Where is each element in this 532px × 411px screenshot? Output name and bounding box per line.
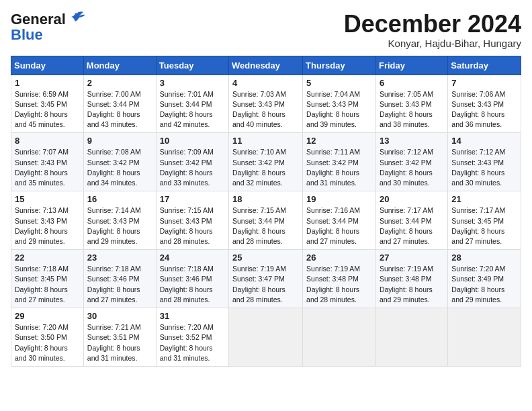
cell-info: Sunrise: 7:20 AM Sunset: 3:49 PM Dayligh… xyxy=(451,264,517,305)
daylight-text: Daylight: 8 hours and 33 minutes. xyxy=(160,169,213,187)
sunrise-text: Sunrise: 7:07 AM xyxy=(15,148,69,156)
calendar-cell: 25 Sunrise: 7:19 AM Sunset: 3:47 PM Dayl… xyxy=(229,250,303,308)
sunset-text: Sunset: 3:52 PM xyxy=(160,333,212,341)
daylight-text: Daylight: 8 hours and 40 minutes. xyxy=(232,110,285,128)
sunrise-text: Sunrise: 7:21 AM xyxy=(87,323,141,331)
daylight-text: Daylight: 8 hours and 29 minutes. xyxy=(15,227,68,245)
day-number: 3 xyxy=(160,78,225,88)
cell-info: Sunrise: 7:14 AM Sunset: 3:43 PM Dayligh… xyxy=(87,205,152,246)
sunrise-text: Sunrise: 7:18 AM xyxy=(87,265,141,273)
calendar-cell: 6 Sunrise: 7:05 AM Sunset: 3:43 PM Dayli… xyxy=(375,75,447,133)
sunset-text: Sunset: 3:43 PM xyxy=(15,217,67,225)
calendar-week-row: 22 Sunrise: 7:18 AM Sunset: 3:45 PM Dayl… xyxy=(11,250,521,308)
cell-info: Sunrise: 7:18 AM Sunset: 3:46 PM Dayligh… xyxy=(87,264,152,305)
sunrise-text: Sunrise: 7:19 AM xyxy=(232,265,286,273)
daylight-text: Daylight: 8 hours and 34 minutes. xyxy=(87,169,140,187)
sunrise-text: Sunrise: 7:17 AM xyxy=(451,206,505,214)
day-number: 17 xyxy=(160,194,225,204)
cell-info: Sunrise: 7:08 AM Sunset: 3:42 PM Dayligh… xyxy=(87,147,152,188)
day-number: 22 xyxy=(15,253,80,263)
calendar-cell: 21 Sunrise: 7:17 AM Sunset: 3:45 PM Dayl… xyxy=(448,191,521,250)
sunset-text: Sunset: 3:50 PM xyxy=(15,333,67,341)
sunset-text: Sunset: 3:45 PM xyxy=(451,217,504,225)
header-sunday: Sunday xyxy=(11,56,84,75)
cell-info: Sunrise: 7:05 AM Sunset: 3:43 PM Dayligh… xyxy=(380,89,444,130)
daylight-text: Daylight: 8 hours and 29 minutes. xyxy=(451,285,504,304)
day-header-row: Sunday Monday Tuesday Wednesday Thursday… xyxy=(11,56,521,75)
daylight-text: Daylight: 8 hours and 28 minutes. xyxy=(232,285,285,304)
calendar-cell: 7 Sunrise: 7:06 AM Sunset: 3:43 PM Dayli… xyxy=(448,75,521,133)
calendar-week-row: 15 Sunrise: 7:13 AM Sunset: 3:43 PM Dayl… xyxy=(11,191,521,250)
cell-info: Sunrise: 7:07 AM Sunset: 3:43 PM Dayligh… xyxy=(15,147,80,188)
day-number: 23 xyxy=(87,253,152,263)
sunset-text: Sunset: 3:43 PM xyxy=(87,217,140,225)
day-number: 27 xyxy=(380,253,444,263)
header-wednesday: Wednesday xyxy=(229,56,303,75)
day-number: 12 xyxy=(306,136,372,146)
cell-info: Sunrise: 7:21 AM Sunset: 3:51 PM Dayligh… xyxy=(87,322,152,363)
day-number: 15 xyxy=(15,194,80,204)
calendar-cell: 19 Sunrise: 7:16 AM Sunset: 3:44 PM Dayl… xyxy=(303,191,376,250)
cell-info: Sunrise: 7:15 AM Sunset: 3:44 PM Dayligh… xyxy=(232,205,299,246)
sunset-text: Sunset: 3:44 PM xyxy=(380,217,432,225)
day-number: 30 xyxy=(87,311,152,321)
sunrise-text: Sunrise: 7:11 AM xyxy=(306,148,360,156)
day-number: 16 xyxy=(87,194,152,204)
sunrise-text: Sunrise: 7:06 AM xyxy=(451,90,505,98)
header-thursday: Thursday xyxy=(303,56,376,75)
calendar-cell: 10 Sunrise: 7:09 AM Sunset: 3:42 PM Dayl… xyxy=(156,133,228,191)
calendar-cell: 30 Sunrise: 7:21 AM Sunset: 3:51 PM Dayl… xyxy=(83,308,156,367)
daylight-text: Daylight: 8 hours and 27 minutes. xyxy=(380,227,433,245)
calendar-cell: 12 Sunrise: 7:11 AM Sunset: 3:42 PM Dayl… xyxy=(303,133,376,191)
daylight-text: Daylight: 8 hours and 29 minutes. xyxy=(380,285,433,304)
day-number: 7 xyxy=(451,78,517,88)
daylight-text: Daylight: 8 hours and 27 minutes. xyxy=(306,227,359,245)
daylight-text: Daylight: 8 hours and 30 minutes. xyxy=(451,169,504,187)
sunrise-text: Sunrise: 7:15 AM xyxy=(160,206,214,214)
sunset-text: Sunset: 3:43 PM xyxy=(160,217,212,225)
sunrise-text: Sunrise: 7:00 AM xyxy=(87,90,141,98)
calendar-cell xyxy=(448,308,521,367)
sunset-text: Sunset: 3:43 PM xyxy=(15,158,67,167)
cell-info: Sunrise: 6:59 AM Sunset: 3:45 PM Dayligh… xyxy=(15,89,80,130)
sunset-text: Sunset: 3:45 PM xyxy=(15,275,67,283)
calendar-cell: 8 Sunrise: 7:07 AM Sunset: 3:43 PM Dayli… xyxy=(11,133,84,191)
cell-info: Sunrise: 7:12 AM Sunset: 3:43 PM Dayligh… xyxy=(451,147,517,188)
cell-info: Sunrise: 7:18 AM Sunset: 3:46 PM Dayligh… xyxy=(160,264,225,305)
day-number: 8 xyxy=(15,136,80,146)
calendar-cell: 11 Sunrise: 7:10 AM Sunset: 3:42 PM Dayl… xyxy=(229,133,303,191)
daylight-text: Daylight: 8 hours and 29 minutes. xyxy=(87,227,140,245)
calendar-cell: 2 Sunrise: 7:00 AM Sunset: 3:44 PM Dayli… xyxy=(83,75,156,133)
calendar-cell xyxy=(375,308,447,367)
sunset-text: Sunset: 3:43 PM xyxy=(232,100,285,108)
daylight-text: Daylight: 8 hours and 30 minutes. xyxy=(380,169,433,187)
sunset-text: Sunset: 3:46 PM xyxy=(87,275,140,283)
sunrise-text: Sunrise: 7:14 AM xyxy=(87,206,141,214)
sunset-text: Sunset: 3:42 PM xyxy=(87,158,140,167)
cell-info: Sunrise: 7:06 AM Sunset: 3:43 PM Dayligh… xyxy=(451,89,517,130)
cell-info: Sunrise: 7:09 AM Sunset: 3:42 PM Dayligh… xyxy=(160,147,225,188)
calendar-week-row: 29 Sunrise: 7:20 AM Sunset: 3:50 PM Dayl… xyxy=(11,308,521,367)
day-number: 19 xyxy=(306,194,372,204)
calendar-cell: 16 Sunrise: 7:14 AM Sunset: 3:43 PM Dayl… xyxy=(83,191,156,250)
sunset-text: Sunset: 3:46 PM xyxy=(160,275,212,283)
sunset-text: Sunset: 3:43 PM xyxy=(451,100,504,108)
header-tuesday: Tuesday xyxy=(156,56,228,75)
logo: General Blue xyxy=(11,11,86,42)
sunset-text: Sunset: 3:51 PM xyxy=(87,333,140,341)
daylight-text: Daylight: 8 hours and 31 minutes. xyxy=(160,344,213,362)
page-header: General Blue December 2024 Konyar, Hajdu… xyxy=(11,11,521,49)
calendar-cell: 17 Sunrise: 7:15 AM Sunset: 3:43 PM Dayl… xyxy=(156,191,228,250)
cell-info: Sunrise: 7:12 AM Sunset: 3:42 PM Dayligh… xyxy=(380,147,444,188)
day-number: 29 xyxy=(15,311,80,321)
sunrise-text: Sunrise: 7:20 AM xyxy=(160,323,214,331)
daylight-text: Daylight: 8 hours and 42 minutes. xyxy=(160,110,213,128)
sunrise-text: Sunrise: 7:17 AM xyxy=(380,206,433,214)
logo-blue-text: Blue xyxy=(11,28,43,42)
daylight-text: Daylight: 8 hours and 31 minutes. xyxy=(87,344,140,362)
day-number: 20 xyxy=(380,194,444,204)
cell-info: Sunrise: 7:17 AM Sunset: 3:45 PM Dayligh… xyxy=(451,205,517,246)
day-number: 25 xyxy=(232,253,299,263)
sunrise-text: Sunrise: 7:05 AM xyxy=(380,90,433,98)
calendar-cell: 20 Sunrise: 7:17 AM Sunset: 3:44 PM Dayl… xyxy=(375,191,447,250)
